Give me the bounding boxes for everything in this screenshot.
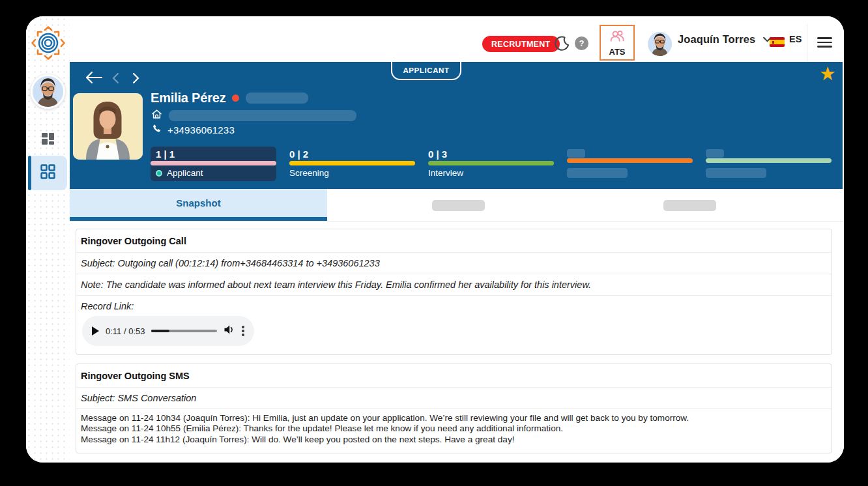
tab-snapshot[interactable]: Snapshot xyxy=(70,189,327,221)
applicant-type-tag: APPLICANT xyxy=(391,62,461,80)
stage-label: Interview xyxy=(428,168,463,178)
player-menu-icon[interactable] xyxy=(242,326,244,336)
call-card: Ringover Outgoing Call Subject: Outgoing… xyxy=(76,229,832,355)
skeleton-bar xyxy=(706,168,766,178)
stage-screening[interactable]: 0 | 2 Screening xyxy=(289,147,415,181)
candidate-name: Emilia Pérez xyxy=(151,91,225,106)
sms-message: Message on 11-24 10h34 (Joaquín Torres):… xyxy=(81,413,826,423)
pipeline-stages: 1 | 1 Applicant 0 | 2 Screening 0 | 3 In… xyxy=(151,147,832,181)
next-applicant-icon[interactable] xyxy=(132,72,141,84)
people-icon xyxy=(609,29,626,46)
subject-text: SMS Conversation xyxy=(117,393,196,403)
sms-message: Message on 11-24 10h55 (Emilia Pérez): T… xyxy=(81,423,826,434)
stage-progress-bar xyxy=(706,158,832,163)
audio-time: 0:11 / 0:53 xyxy=(106,326,145,336)
hamburger-menu-icon[interactable] xyxy=(817,37,832,48)
applicant-header: APPLICANT ★ Emilia Pérez xyxy=(70,62,843,189)
stage-progress-bar xyxy=(428,161,554,165)
stage-progress-bar xyxy=(567,158,693,163)
previous-applicant-icon[interactable] xyxy=(111,72,121,84)
question-icon: ? xyxy=(579,38,585,48)
stage-label-row: Applicant xyxy=(151,165,276,178)
sidebar-user-avatar[interactable] xyxy=(31,74,65,109)
stage-interview[interactable]: 0 | 3 Interview xyxy=(428,147,554,181)
candidate-name-row: Emilia Pérez xyxy=(151,91,308,106)
language-selector[interactable]: ES xyxy=(789,16,802,62)
home-icon xyxy=(151,109,162,122)
sms-card: Ringover Outgoing SMS Subject: SMS Conve… xyxy=(76,364,832,453)
moon-icon xyxy=(553,43,570,54)
phone-icon xyxy=(152,124,162,136)
subject-label: Subject: xyxy=(81,393,115,403)
card-title: Ringover Outgoing Call xyxy=(76,229,832,253)
app-window: RECRUTMENT ? A xyxy=(26,16,844,463)
snapshot-content: Ringover Outgoing Call Subject: Outgoing… xyxy=(76,229,832,462)
app-logo-icon xyxy=(31,26,65,60)
current-stage-dot xyxy=(156,170,162,177)
candidate-phone[interactable]: +34936061233 xyxy=(167,124,235,136)
candidate-phone-row: +34936061233 xyxy=(152,124,235,136)
skeleton-bar xyxy=(567,168,628,178)
topbar-divider xyxy=(807,24,807,62)
stage-progress-bar xyxy=(289,161,415,165)
back-arrow-icon[interactable] xyxy=(84,70,104,86)
favorite-star-icon[interactable]: ★ xyxy=(819,64,836,83)
skeleton-bar xyxy=(246,93,308,104)
subject-label: Subject: xyxy=(81,258,115,268)
audio-player: 0:11 / 0:53 xyxy=(82,316,254,346)
sidebar xyxy=(26,16,70,463)
sms-messages: Message on 11-24 10h34 (Joaquín Torres):… xyxy=(76,409,832,453)
user-name: Joaquín Torres xyxy=(678,33,755,46)
stage-progress-bar xyxy=(151,161,276,165)
card-title: Ringover Outgoing SMS xyxy=(76,364,832,388)
skeleton-bar xyxy=(169,110,356,121)
sms-subject-row: Subject: SMS Conversation xyxy=(76,388,832,409)
skeleton-bar xyxy=(567,149,585,158)
candidate-address-row xyxy=(151,109,356,122)
user-menu[interactable]: Joaquín Torres xyxy=(678,16,772,62)
play-icon[interactable] xyxy=(92,326,99,336)
spain-flag-icon xyxy=(770,37,785,47)
skeleton-bar xyxy=(706,149,724,158)
note-label: Note: xyxy=(81,279,104,290)
call-subject-row: Subject: Outgoing call (00:12:14) from+3… xyxy=(76,253,832,274)
stage-label: Screening xyxy=(289,168,329,178)
stage-counts: 0 | 3 xyxy=(428,147,554,160)
subject-text: Outgoing call (00:12:14) from+3468446331… xyxy=(117,258,379,268)
sidebar-active-indicator xyxy=(28,156,31,190)
record-link-label: Record Link: xyxy=(81,301,134,311)
ats-tab-label: ATS xyxy=(609,47,625,57)
help-button[interactable]: ? xyxy=(575,36,588,50)
main-area: APPLICANT ★ Emilia Pérez xyxy=(70,62,844,463)
stage-skeleton xyxy=(706,147,832,181)
audio-progress-bar[interactable] xyxy=(151,330,217,332)
user-avatar[interactable] xyxy=(648,32,672,56)
sidebar-item-dashboard-icon[interactable] xyxy=(42,133,54,145)
stage-applicant[interactable]: 1 | 1 Applicant xyxy=(151,147,276,181)
note-text: The candidate was informed about next te… xyxy=(106,279,591,290)
ats-tab[interactable]: ATS xyxy=(600,25,635,61)
status-dot xyxy=(232,94,239,102)
stage-counts: 0 | 2 xyxy=(289,147,415,160)
audio-progress-fill xyxy=(151,330,169,332)
stage-label: Applicant xyxy=(167,168,203,178)
stage-counts: 1 | 1 xyxy=(151,147,276,160)
volume-icon[interactable] xyxy=(224,324,235,337)
record-link-row: Record Link: xyxy=(76,296,832,313)
tab-skeleton xyxy=(663,200,716,211)
call-note-row: Note: The candidate was informed about n… xyxy=(76,274,832,296)
detail-tabs: Snapshot xyxy=(70,189,844,222)
candidate-photo xyxy=(73,93,143,160)
dark-mode-toggle[interactable] xyxy=(553,35,570,52)
grid-icon xyxy=(40,164,55,182)
tab-skeleton xyxy=(432,200,485,211)
stage-skeleton xyxy=(567,147,693,181)
sms-message: Message on 11-24 11h12 (Joaquín Torres):… xyxy=(81,435,826,445)
topbar: RECRUTMENT ? A xyxy=(70,16,844,62)
recruitment-badge: RECRUTMENT xyxy=(482,36,560,52)
sidebar-item-ats-active[interactable] xyxy=(28,156,67,190)
